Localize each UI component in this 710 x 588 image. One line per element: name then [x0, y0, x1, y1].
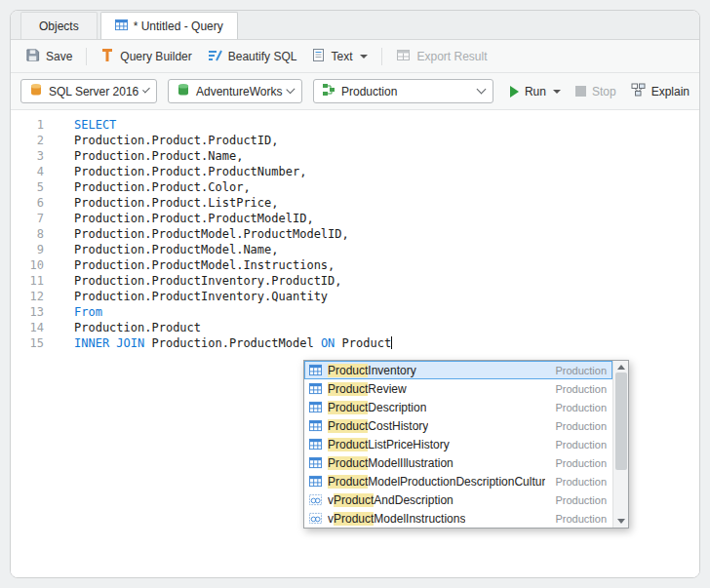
scroll-track[interactable] [615, 372, 627, 516]
line-number: 9 [11, 242, 44, 257]
autocomplete-item-name: ProductModelProductionDescriptionCulture [328, 475, 545, 489]
sql-text: Production.ProductModel.Name, [74, 243, 279, 256]
autocomplete-item-name: ProductReview [328, 382, 407, 396]
sql-keyword: SELECT [74, 118, 116, 132]
table-icon [309, 438, 322, 451]
line-number: 3 [11, 148, 44, 164]
text-document-icon [312, 48, 325, 65]
code-line[interactable]: From [74, 304, 392, 320]
match-highlight: Product [328, 475, 368, 489]
line-number: 8 [11, 226, 44, 242]
save-button[interactable]: Save [19, 44, 79, 69]
sql-text: Production.Product.ProductNumber, [74, 165, 306, 178]
line-numbers: 123456789101112131415 [11, 110, 61, 577]
server-icon [29, 83, 43, 99]
autocomplete-item[interactable]: vProductModelInstructionsProduction [304, 509, 612, 528]
autocomplete-item-name: vProductAndDescription [328, 493, 454, 507]
run-label: Run [525, 85, 546, 98]
code-line[interactable]: Production.Product.ProductModelID, [74, 211, 392, 226]
code-line[interactable]: Production.Product [74, 320, 392, 335]
scroll-up-arrow-icon[interactable] [617, 365, 625, 370]
database-select-value: AdventureWorks [196, 85, 282, 98]
code-line[interactable]: Production.ProductInventory.Quantity [74, 289, 392, 304]
autocomplete-item-name: vProductModelInstructions [328, 512, 465, 526]
beautify-sql-button[interactable]: Beautify SQL [201, 44, 304, 69]
code-line[interactable]: INNER JOIN Production.ProductModel ON Pr… [74, 335, 392, 351]
sql-text: Production.ProductInventory.Quantity [74, 290, 328, 303]
database-select[interactable]: AdventureWorks [168, 79, 302, 103]
autocomplete-item-schema: Production [545, 439, 607, 451]
query-builder-label: Query Builder [120, 50, 191, 63]
scroll-thumb[interactable] [615, 372, 627, 470]
chevron-down-icon [142, 86, 150, 94]
autocomplete-item[interactable]: ProductInventoryProduction [304, 361, 612, 379]
table-icon [309, 419, 322, 432]
scroll-down-arrow-icon[interactable] [617, 519, 625, 524]
schema-icon [322, 83, 335, 99]
code-line[interactable]: Production.Product.ListPrice, [74, 195, 392, 211]
autocomplete-item-schema: Production [545, 494, 607, 506]
autocomplete-item[interactable]: ProductListPriceHistoryProduction [304, 435, 612, 453]
autocomplete-item[interactable]: ProductModelIllustrationProduction [304, 453, 612, 472]
code-line[interactable]: Production.Product.Name, [74, 148, 392, 164]
chevron-down-icon [360, 55, 368, 59]
text-view-button[interactable]: Text [305, 44, 375, 69]
code-line[interactable]: Production.ProductModel.Name, [74, 242, 392, 257]
autocomplete-item[interactable]: ProductModelProductionDescriptionCulture… [304, 472, 612, 490]
line-number: 14 [11, 320, 44, 335]
code-line[interactable]: Production.Product.ProductID, [74, 133, 392, 148]
code-line[interactable]: Production.Product.ProductNumber, [74, 164, 392, 179]
view-icon [309, 512, 322, 525]
line-number: 1 [11, 117, 44, 133]
code-line[interactable]: Production.ProductModel.ProductModelID, [74, 226, 392, 242]
export-result-label: Export Result [416, 50, 487, 63]
schema-select[interactable]: Production [313, 79, 493, 103]
match-highlight: Product [334, 512, 374, 526]
match-highlight: Product [328, 438, 368, 451]
code-line[interactable]: Production.Product.Color, [74, 179, 392, 195]
code-line[interactable]: SELECT [74, 117, 392, 133]
line-number: 13 [11, 304, 44, 320]
line-number: 10 [11, 257, 44, 273]
chevron-down-icon [287, 85, 296, 94]
connection-bar: SQL Server 2016 AdventureWorks Productio… [11, 73, 699, 110]
code-line[interactable]: Production.ProductInventory.ProductID, [74, 273, 392, 289]
autocomplete-item-schema: Production [545, 513, 607, 525]
table-icon [309, 475, 322, 488]
export-result-button: Export Result [389, 44, 493, 69]
table-icon [309, 401, 322, 413]
autocomplete-item[interactable]: ProductCostHistoryProduction [304, 416, 612, 435]
connection-select[interactable]: SQL Server 2016 [20, 79, 157, 103]
sql-keyword: From [74, 305, 102, 319]
run-button[interactable]: Run [510, 85, 561, 98]
autocomplete-item-schema: Production [545, 383, 607, 395]
tab-query[interactable]: * Untitled - Query [100, 12, 238, 39]
match-highlight: Product [328, 401, 368, 414]
sql-text: Production.Product.ProductID, [74, 134, 279, 147]
autocomplete-item-schema: Production [545, 476, 607, 488]
tab-objects[interactable]: Objects [20, 12, 98, 39]
code-line[interactable]: Production.ProductModel.Instructions, [74, 257, 392, 273]
autocomplete-item[interactable]: ProductDescriptionProduction [304, 398, 612, 416]
match-highlight: Product [328, 419, 368, 433]
sql-text: Production.Product.ListPrice, [74, 196, 279, 210]
autocomplete-item[interactable]: vProductAndDescriptionProduction [304, 490, 612, 509]
match-highlight: Product [328, 382, 368, 396]
autocomplete-list: ProductInventoryProductionProductReviewP… [304, 361, 612, 528]
stop-icon [575, 86, 586, 97]
line-number: 11 [11, 273, 44, 289]
database-icon [177, 83, 190, 99]
explain-button[interactable]: Explain [631, 83, 690, 99]
explain-label: Explain [651, 85, 690, 98]
table-icon [309, 456, 322, 469]
match-highlight: Product [328, 456, 368, 470]
autocomplete-scrollbar[interactable] [612, 361, 628, 528]
autocomplete-item-name: ProductListPriceHistory [328, 438, 450, 451]
beautify-sql-label: Beautify SQL [228, 50, 297, 63]
autocomplete-item-schema: Production [545, 365, 607, 376]
line-number: 15 [11, 335, 44, 351]
chevron-down-icon [553, 90, 561, 94]
query-builder-button[interactable]: Query Builder [94, 44, 198, 69]
autocomplete-item[interactable]: ProductReviewProduction [304, 379, 612, 398]
connection-select-value: SQL Server 2016 [49, 85, 138, 98]
